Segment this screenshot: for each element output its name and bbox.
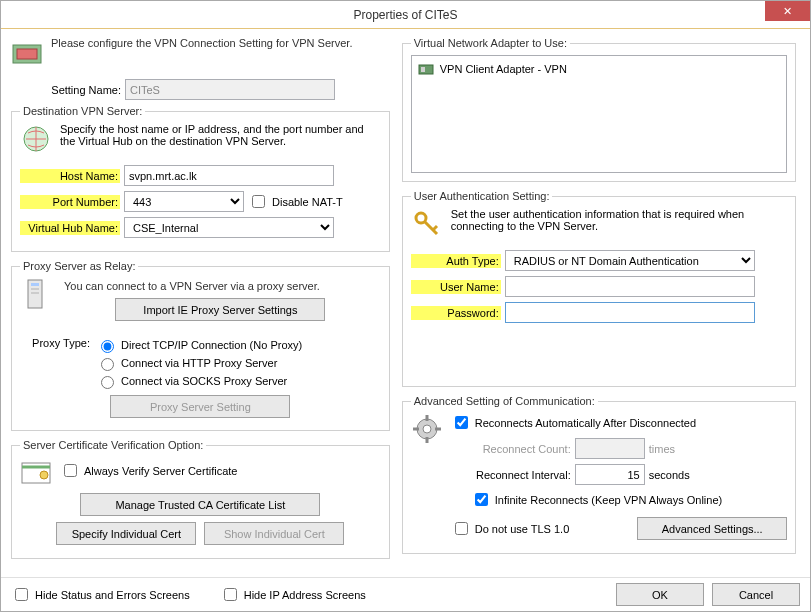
disable-nat-checkbox[interactable] <box>252 195 265 208</box>
svg-rect-6 <box>31 292 39 294</box>
svg-rect-5 <box>31 288 39 290</box>
port-number-label: Port Number: <box>20 195 120 209</box>
infinite-reconnects-checkbox[interactable] <box>475 493 488 506</box>
svg-line-14 <box>433 226 437 230</box>
auth-desc: Set the user authentication information … <box>451 208 788 232</box>
properties-dialog: Properties of CITeS ✕ Please configure t… <box>0 0 811 612</box>
keys-icon <box>411 208 443 240</box>
close-button[interactable]: ✕ <box>765 1 810 21</box>
advanced-settings-button[interactable]: Advanced Settings... <box>637 517 787 540</box>
host-name-label: Host Name: <box>20 169 120 183</box>
proxy-direct-radio-wrap[interactable]: Direct TCP/IP Connection (No Proxy) <box>96 337 302 353</box>
svg-rect-4 <box>31 283 39 286</box>
proxy-group: Proxy Server as Relay: You can connect t… <box>11 260 390 431</box>
world-icon <box>20 123 52 155</box>
times-label: times <box>649 443 675 455</box>
close-icon: ✕ <box>783 5 792 18</box>
ok-button[interactable]: OK <box>616 583 704 606</box>
always-verify-checkbox[interactable] <box>64 464 77 477</box>
hide-status-checkbox-wrap[interactable]: Hide Status and Errors Screens <box>11 585 190 604</box>
no-tls-checkbox[interactable] <box>455 522 468 535</box>
virtual-hub-label: Virtual Hub Name: <box>20 221 120 235</box>
proxy-setting-button: Proxy Server Setting <box>110 395 290 418</box>
seconds-label: seconds <box>649 469 690 481</box>
intro-row: Please configure the VPN Connection Sett… <box>11 37 390 69</box>
specify-cert-button[interactable]: Specify Individual Cert <box>56 522 196 545</box>
auth-type-label: Auth Type: <box>411 254 501 268</box>
proxy-legend: Proxy Server as Relay: <box>20 260 138 272</box>
setting-name-label: Setting Name: <box>31 84 121 96</box>
advanced-group: Advanced Setting of Communication: Recon… <box>402 395 797 554</box>
svg-point-16 <box>423 425 431 433</box>
proxy-desc: You can connect to a VPN Server via a pr… <box>64 280 381 292</box>
auth-group: User Authentication Setting: Set the use… <box>402 190 797 387</box>
gear-icon <box>411 413 443 445</box>
window-title: Properties of CITeS <box>353 8 457 22</box>
show-cert-button: Show Individual Cert <box>204 522 344 545</box>
user-name-input[interactable] <box>505 276 755 297</box>
auth-type-select[interactable]: RADIUS or NT Domain Authentication <box>505 250 755 271</box>
hide-status-checkbox[interactable] <box>15 588 28 601</box>
certificate-icon <box>20 457 52 489</box>
destination-legend: Destination VPN Server: <box>20 105 145 117</box>
proxy-type-label: Proxy Type: <box>20 335 90 391</box>
svg-rect-1 <box>17 49 37 59</box>
proxy-http-radio[interactable] <box>101 358 114 371</box>
hide-ip-checkbox-wrap[interactable]: Hide IP Address Screens <box>220 585 366 604</box>
hide-ip-checkbox[interactable] <box>224 588 237 601</box>
always-verify-checkbox-wrap[interactable]: Always Verify Server Certificate <box>60 461 237 480</box>
proxy-socks-radio[interactable] <box>101 376 114 389</box>
host-name-input[interactable] <box>124 165 334 186</box>
auth-legend: User Authentication Setting: <box>411 190 553 202</box>
manage-ca-button[interactable]: Manage Trusted CA Certificate List <box>80 493 320 516</box>
titlebar: Properties of CITeS ✕ <box>1 1 810 29</box>
intro-text: Please configure the VPN Connection Sett… <box>51 37 352 49</box>
server-icon <box>20 278 52 310</box>
reconnect-count-input <box>575 438 645 459</box>
bottom-bar: Hide Status and Errors Screens Hide IP A… <box>1 577 810 611</box>
cancel-button[interactable]: Cancel <box>712 583 800 606</box>
proxy-http-radio-wrap[interactable]: Connect via HTTP Proxy Server <box>96 355 302 371</box>
infinite-reconnects-checkbox-wrap[interactable]: Infinite Reconnects (Keep VPN Always Onl… <box>471 490 788 509</box>
cert-legend: Server Certificate Verification Option: <box>20 439 206 451</box>
destination-group: Destination VPN Server: Specify the host… <box>11 105 390 252</box>
import-ie-proxy-button[interactable]: Import IE Proxy Server Settings <box>115 298 325 321</box>
password-input[interactable] <box>505 302 755 323</box>
proxy-socks-radio-wrap[interactable]: Connect via SOCKS Proxy Server <box>96 373 302 389</box>
adapter-group: Virtual Network Adapter to Use: VPN Clie… <box>402 37 797 182</box>
destination-desc: Specify the host name or IP address, and… <box>60 123 381 147</box>
virtual-hub-select[interactable]: CSE_Internal <box>124 217 334 238</box>
password-label: Password: <box>411 306 501 320</box>
svg-point-9 <box>40 471 48 479</box>
setting-name-input <box>125 79 335 100</box>
svg-rect-11 <box>421 67 425 72</box>
reconnect-count-label: Reconnect Count: <box>451 443 571 455</box>
adapter-item[interactable]: VPN Client Adapter - VPN <box>416 60 783 78</box>
reconnect-interval-label: Reconnect Interval: <box>451 469 571 481</box>
advanced-legend: Advanced Setting of Communication: <box>411 395 598 407</box>
reconnect-auto-checkbox[interactable] <box>455 416 468 429</box>
proxy-direct-radio[interactable] <box>101 340 114 353</box>
user-name-label: User Name: <box>411 280 501 294</box>
reconnect-interval-input[interactable] <box>575 464 645 485</box>
port-number-select[interactable]: 443 <box>124 191 244 212</box>
reconnect-auto-checkbox-wrap[interactable]: Reconnects Automatically After Disconnec… <box>451 413 788 432</box>
disable-nat-checkbox-wrap[interactable]: Disable NAT-T <box>248 192 343 211</box>
adapter-list[interactable]: VPN Client Adapter - VPN <box>411 55 788 173</box>
adapter-legend: Virtual Network Adapter to Use: <box>411 37 570 49</box>
no-tls-checkbox-wrap[interactable]: Do not use TLS 1.0 <box>451 519 570 538</box>
nic-icon <box>418 61 434 77</box>
cert-group: Server Certificate Verification Option: … <box>11 439 390 559</box>
vpn-box-icon <box>11 37 43 69</box>
